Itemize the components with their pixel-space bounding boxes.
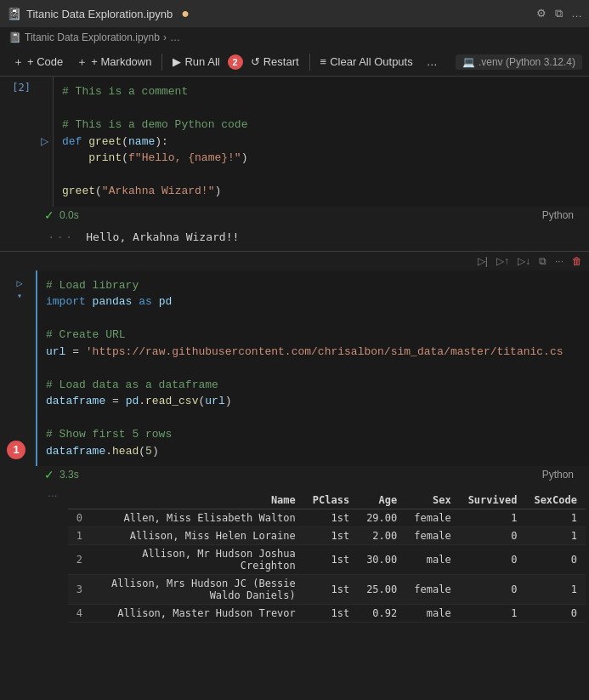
title-bar-dot: ● <box>181 6 190 21</box>
run-badge: 2 <box>228 54 243 70</box>
notebook: [2] ▷ # This is a comment # This is a de… <box>0 77 589 700</box>
row-index: 0 <box>68 509 91 527</box>
clear-outputs-button[interactable]: ≡ Clear All Outputs <box>314 53 419 71</box>
cell-2-code[interactable]: # Load library import pandas as pd # Cre… <box>36 270 589 467</box>
row-index: 3 <box>68 575 91 605</box>
row-cell: Allison, Mr Hudson Joshua Creighton <box>91 545 304 575</box>
cell-run-below-btn[interactable]: ▷↓ <box>514 253 534 269</box>
cell-run-above-btn[interactable]: ▷↑ <box>493 253 513 269</box>
row-cell: 2.00 <box>358 527 405 545</box>
breadcrumb-rest: … <box>170 31 180 43</box>
col-header-sex: Sex <box>405 492 459 509</box>
table-row: 0Allen, Miss Elisabeth Walton1st29.00fem… <box>68 509 586 527</box>
row-cell: 30.00 <box>358 545 405 575</box>
settings-icon[interactable]: ⚙ <box>536 7 547 20</box>
table-row: 1Allison, Miss Helen Loraine1st2.00femal… <box>68 527 586 545</box>
cell-1-code[interactable]: # This is a comment # This is a demo Pyt… <box>53 77 589 207</box>
cell-run-btn[interactable]: ▷| <box>474 253 491 269</box>
more-icon[interactable]: … <box>571 7 582 20</box>
cell-delete-btn[interactable]: 🗑 <box>569 253 586 269</box>
cell-copy-btn[interactable]: ⧉ <box>535 253 550 269</box>
row-cell: 1 <box>460 509 526 527</box>
row-cell: female <box>405 509 459 527</box>
row-cell: Allison, Master Hudson Trevor <box>91 605 304 623</box>
cell-2-check-icon: ✓ <box>44 468 54 481</box>
toolbar-more-button[interactable]: … <box>421 53 444 71</box>
toolbar: ＋ + Code ＋ + Markdown ▶ Run All 2 ↺ Rest… <box>0 48 589 77</box>
cell-more-btn[interactable]: ··· <box>552 253 567 269</box>
title-bar-icon: 📓 <box>7 7 21 20</box>
cell-1-run[interactable]: ▷ <box>36 77 53 207</box>
cell-2-dropdown-icon[interactable]: ▾ <box>17 291 22 300</box>
col-header-pclass: PClass <box>304 492 358 509</box>
add-markdown-button[interactable]: ＋ + Markdown <box>71 52 157 72</box>
row-cell: female <box>405 575 459 605</box>
add-code-button[interactable]: ＋ + Code <box>7 52 69 72</box>
cell-1-number: [2] <box>0 77 36 207</box>
cell-1-input: [2] ▷ # This is a comment # This is a de… <box>0 77 589 207</box>
table-row: 2Allison, Mr Hudson Joshua Creighton1st3… <box>68 545 586 575</box>
row-index: 1 <box>68 527 91 545</box>
title-bar: 📓 Titanic Data Exploration.ipynb ● ⚙ ⧉ … <box>0 0 589 27</box>
row-cell: 1 <box>525 527 586 545</box>
cell-2-input: ▷ ▾ # Load library import pandas as pd #… <box>0 270 589 467</box>
output-dots-1[interactable]: ··· <box>44 230 77 244</box>
row-cell: 0 <box>460 527 526 545</box>
list-icon: ≡ <box>320 55 327 68</box>
cell-1-time: 0.0s <box>59 209 79 221</box>
row-cell: 0 <box>525 605 586 623</box>
row-cell: 29.00 <box>358 509 405 527</box>
run-all-button[interactable]: ▶ Run All <box>167 53 225 71</box>
table-row: 3Allison, Mrs Hudson JC (Bessie Waldo Da… <box>68 575 586 605</box>
row-index: 4 <box>68 605 91 623</box>
toolbar-separator <box>161 54 162 71</box>
row-cell: 1st <box>304 575 358 605</box>
breadcrumb-icon: 📓 <box>8 31 21 43</box>
cell-2-run-area[interactable]: ▷ ▾ <box>0 270 36 467</box>
col-header-name: Name <box>91 492 304 509</box>
cell-2-status: ✓ 3.3s Python <box>0 466 589 485</box>
title-bar-controls: ⚙ ⧉ … <box>536 7 582 20</box>
row-cell: 0 <box>460 545 526 575</box>
row-cell: Allison, Miss Helen Loraine <box>91 527 304 545</box>
status-check-icon: ✓ <box>44 208 54 222</box>
toolbar-separator2 <box>309 54 310 71</box>
cell-2-output: ··· Name PClass Age Sex Survived SexCod <box>0 485 589 629</box>
col-header-idx <box>68 492 91 509</box>
table-row: 4Allison, Master Hudson Trevor1st0.92mal… <box>68 605 586 623</box>
breadcrumb-path[interactable]: Titanic Data Exploration.ipynb <box>25 31 160 43</box>
row-cell: 25.00 <box>358 575 405 605</box>
play-icon: ▶ <box>173 55 181 68</box>
row-cell: female <box>405 527 459 545</box>
cell-1-output-text: Hello, Arkahna Wizard!! <box>86 230 239 243</box>
row-cell: 1 <box>525 575 586 605</box>
layout-icon[interactable]: ⧉ <box>555 7 563 20</box>
row-index: 2 <box>68 545 91 575</box>
row-cell: 0 <box>460 575 526 605</box>
output-dots-2[interactable]: ··· <box>44 488 61 502</box>
row-cell: Allen, Miss Elisabeth Walton <box>91 509 304 527</box>
restart-button[interactable]: ↺ Restart <box>245 53 305 71</box>
kernel-info[interactable]: 💻 .venv (Python 3.12.4) <box>456 54 582 70</box>
row-cell: 1 <box>525 509 586 527</box>
row-cell: 0 <box>525 545 586 575</box>
col-header-survived: Survived <box>460 492 526 509</box>
row-cell: 1st <box>304 545 358 575</box>
cell-2-run-icon[interactable]: ▷ <box>16 277 22 289</box>
col-header-sexcode: SexCode <box>525 492 586 509</box>
output-table: Name PClass Age Sex Survived SexCode 0Al… <box>68 492 586 623</box>
row-cell: Allison, Mrs Hudson JC (Bessie Waldo Dan… <box>91 575 304 605</box>
cell-1: [2] ▷ # This is a comment # This is a de… <box>0 77 589 251</box>
plus-icon-md: ＋ <box>76 54 88 70</box>
plus-icon: ＋ <box>13 54 24 70</box>
step-badge-1: 1 <box>7 441 25 459</box>
row-cell: 1st <box>304 509 358 527</box>
row-cell: male <box>405 605 459 623</box>
row-cell: 1st <box>304 605 358 623</box>
breadcrumb-separator: › <box>163 31 167 43</box>
cell-2: 1 ▷ ▾ # Load library import pandas as pd… <box>0 270 589 630</box>
breadcrumb: 📓 Titanic Data Exploration.ipynb › … <box>0 27 589 48</box>
cell-2-time: 3.3s <box>59 469 79 481</box>
cell-1-status: ✓ 0.0s Python <box>0 207 589 225</box>
cell-2-toolbar: ▷| ▷↑ ▷↓ ⧉ ··· 🗑 <box>0 252 589 270</box>
